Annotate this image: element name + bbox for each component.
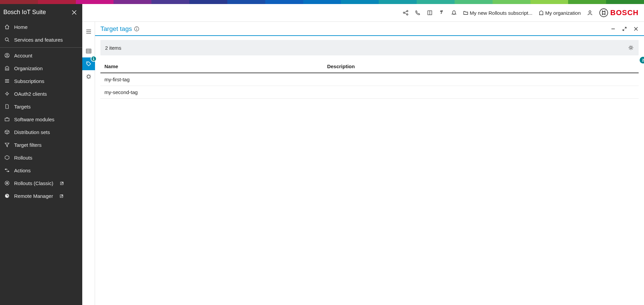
expand-button[interactable]	[622, 26, 627, 32]
panel-title: Target tags	[100, 25, 132, 33]
svg-point-6	[6, 182, 8, 184]
rail-hamburger-button[interactable]	[82, 25, 95, 38]
filter-icon	[4, 142, 10, 148]
sidebar-item-label: Target filters	[14, 142, 42, 148]
sidebar-item-rollouts-classic[interactable]: Rollouts (Classic)	[0, 177, 82, 189]
cell-description	[327, 89, 635, 95]
svg-point-2	[6, 54, 8, 55]
svg-point-14	[589, 11, 591, 13]
sidebar-item-account[interactable]: Account	[0, 49, 82, 62]
sidebar-item-oauth[interactable]: OAuth2 clients	[0, 87, 82, 100]
sidebar-item-target-filters[interactable]: Target filters	[0, 138, 82, 151]
sidebar-item-targets[interactable]: Targets	[0, 100, 82, 113]
close-panel-button[interactable]	[633, 26, 639, 32]
book-icon[interactable]	[427, 10, 433, 16]
sidebar-item-label: Organization	[14, 66, 43, 71]
cell-name: my-first-tag	[104, 77, 327, 82]
sidebar-item-organization[interactable]: Organization	[0, 62, 82, 75]
search-icon	[4, 37, 10, 43]
sidebar-divider	[0, 47, 82, 48]
cell-description	[327, 77, 635, 82]
svg-point-21	[630, 47, 632, 49]
sidebar-item-label: OAuth2 clients	[14, 91, 47, 97]
table-row[interactable]: my-first-tag	[100, 73, 639, 86]
table-row[interactable]: my-second-tag	[100, 86, 639, 99]
sidebar-item-distribution-sets[interactable]: Distribution sets	[0, 126, 82, 138]
sidebar-item-home[interactable]: Home	[0, 20, 82, 33]
svg-point-3	[6, 93, 8, 95]
tag-icon	[86, 61, 92, 67]
organization-link[interactable]: My organization	[539, 10, 581, 16]
column-header-description[interactable]: Description	[327, 63, 635, 69]
folder-icon	[463, 10, 468, 15]
phone-icon[interactable]	[415, 10, 421, 16]
hamburger-icon	[86, 29, 92, 35]
close-icon	[72, 10, 77, 15]
cell-name: my-second-tag	[104, 89, 327, 95]
package-icon	[4, 129, 10, 135]
key-icon	[4, 91, 10, 97]
items-count-bar: 2 items	[100, 40, 639, 55]
sidebar-item-actions[interactable]: Actions	[0, 164, 82, 177]
building-icon	[539, 10, 544, 15]
svg-point-20	[136, 28, 137, 28]
rollouts-classic-icon	[4, 180, 10, 186]
primary-sidebar: Bosch IoT Suite Home Services and featur…	[0, 4, 82, 305]
tags-table: Name Description my-first-tag my-second-…	[100, 60, 639, 99]
briefcase-icon	[4, 116, 10, 122]
svg-point-17	[87, 62, 88, 63]
bosch-anchor-icon	[599, 8, 608, 17]
organization-label: My organization	[545, 10, 581, 16]
home-icon	[4, 24, 10, 30]
svg-point-12	[407, 14, 408, 15]
user-icon	[4, 52, 10, 58]
list-icon	[4, 78, 10, 84]
sidebar-item-software-modules[interactable]: Software modules	[0, 113, 82, 126]
target-tags-panel: Target tags 2 items	[95, 22, 644, 305]
share-icon[interactable]	[403, 10, 409, 16]
profile-icon[interactable]	[587, 10, 593, 16]
subscription-link[interactable]: My new Rollouts subscript...	[463, 10, 533, 16]
sidebar-item-label: Software modules	[14, 117, 54, 122]
topbar: My new Rollouts subscript... My organiza…	[82, 4, 644, 22]
sidebar-item-label: Subscriptions	[14, 78, 44, 84]
svg-point-10	[403, 12, 405, 13]
sidebar-item-label: Distribution sets	[14, 129, 50, 135]
sidebar-close-button[interactable]	[72, 10, 77, 15]
chip-icon	[86, 74, 92, 80]
sidebar-item-rollouts[interactable]: Rollouts	[0, 151, 82, 164]
table-settings-button[interactable]	[628, 45, 634, 51]
sidebar-item-label: Home	[14, 24, 28, 30]
bell-icon[interactable]	[451, 10, 457, 16]
items-count: 2 items	[105, 45, 121, 51]
rollout-icon	[4, 155, 10, 161]
minimize-button[interactable]	[610, 26, 616, 32]
svg-point-8	[5, 194, 9, 198]
info-icon[interactable]	[134, 26, 139, 32]
svg-rect-4	[5, 118, 9, 121]
table-header: Name Description	[100, 60, 639, 73]
sidebar-item-services[interactable]: Services and features	[0, 33, 82, 46]
bosch-logo: BOSCH	[599, 8, 639, 17]
remote-manager-icon	[4, 193, 10, 199]
paragraph-icon[interactable]	[439, 10, 445, 16]
svg-point-15	[600, 9, 608, 17]
rail-tags-button[interactable]: 1	[82, 57, 95, 70]
sidebar-item-label: Actions	[14, 168, 31, 173]
secondary-rail: 1	[82, 22, 95, 305]
sidebar-item-subscriptions[interactable]: Subscriptions	[0, 75, 82, 87]
actions-icon	[4, 167, 10, 173]
svg-point-11	[407, 10, 408, 12]
external-link-icon	[60, 194, 64, 198]
rail-chip-button[interactable]	[82, 70, 95, 83]
sidebar-item-label: Services and features	[14, 37, 63, 43]
table-icon	[86, 48, 92, 54]
sidebar-item-remote-manager[interactable]: Remote Manager	[0, 189, 82, 202]
sidebar-title: Bosch IoT Suite	[3, 9, 46, 16]
panel-badge-2: 2	[640, 57, 644, 63]
svg-point-0	[5, 38, 8, 41]
sidebar-item-label: Remote Manager	[14, 193, 53, 199]
column-header-name[interactable]: Name	[104, 63, 327, 69]
svg-rect-18	[87, 75, 90, 78]
brand-rainbow-bar	[0, 0, 644, 4]
